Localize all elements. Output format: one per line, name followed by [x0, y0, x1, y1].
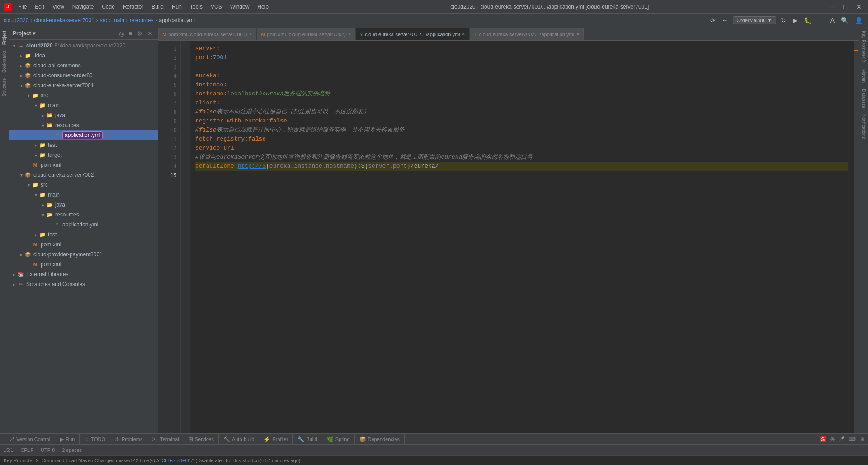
status-tab-version-control[interactable]: ⎇Version Control	[4, 434, 55, 445]
tree-item-target7001[interactable]: ▸📁target	[9, 150, 158, 160]
status-tab-terminal[interactable]: >_Terminal	[147, 434, 184, 445]
maximize-button[interactable]: □	[841, 2, 850, 11]
tree-arrow: ▸	[18, 63, 24, 68]
line-num-3: 3	[158, 62, 180, 71]
status-tab-spring[interactable]: 🌿Spring	[322, 434, 355, 445]
bookmarks-icon[interactable]: Bookmarks	[1, 48, 8, 75]
tree-item-application7001[interactable]: Yapplication.yml	[9, 130, 158, 140]
project-panel: Project ▾ ◎ ≡ ⚙ ✕ ▾☁cloud2020 E:\idea-wo…	[9, 27, 158, 433]
database-icon[interactable]: Database	[860, 87, 867, 110]
panel-settings-btn[interactable]: ⚙	[136, 29, 144, 38]
nav-debug-icon[interactable]: 🐛	[802, 16, 813, 25]
menu-refactor[interactable]: Refactor	[119, 3, 147, 11]
tab-app7002-tab[interactable]: Ycloud-eureka-server7002\...\application…	[470, 28, 584, 40]
status-tab-icon-dependencies: 📦	[359, 436, 366, 442]
breadcrumb-sep: ›	[109, 17, 111, 23]
notifications-icon[interactable]: Notifications	[860, 113, 867, 141]
tree-item-main7002[interactable]: ▾📁main	[9, 190, 158, 200]
nav-sync-icon[interactable]: ⟳	[708, 16, 717, 25]
tree-item-cloud-eureka-server7002[interactable]: ▾📦cloud-eureka-server7002	[9, 170, 158, 180]
menu-view[interactable]: View	[49, 3, 68, 11]
menu-window[interactable]: Window	[226, 3, 253, 11]
close-button[interactable]: ✕	[854, 2, 864, 11]
menu-edit[interactable]: Edit	[31, 3, 48, 11]
tree-item-java7001[interactable]: ▸📂java	[9, 110, 158, 120]
tree-icon-project: ☁	[17, 42, 24, 49]
status-tab-services[interactable]: ⊞Services	[184, 434, 219, 445]
tab-close-app7002-tab[interactable]: ✕	[576, 32, 580, 37]
tree-item-cloud2020[interactable]: ▾☁cloud2020 E:\idea-workspace\cloud2020	[9, 41, 158, 51]
tree-item-pom7002[interactable]: Mpom.xml	[9, 240, 158, 249]
tree-icon-module: 📦	[24, 251, 32, 258]
nav-user-icon[interactable]: 👤	[853, 16, 864, 25]
tab-close-pom7001-tab[interactable]: ✕	[249, 32, 252, 37]
status-tab-build[interactable]: 🔧Build	[293, 434, 322, 445]
tree-label-cloud-provider-payment8001: cloud-provider-payment8001	[33, 251, 103, 258]
minimize-button[interactable]: ─	[827, 2, 837, 11]
tree-item-ext-libs[interactable]: ▸📚External Libraries	[9, 269, 158, 279]
nav-more-icon[interactable]: ⋮	[816, 16, 826, 25]
tree-item-test7002[interactable]: ▸📁test	[9, 230, 158, 240]
tree-item-test7001[interactable]: ▸📁test	[9, 140, 158, 150]
menu-build[interactable]: Build	[148, 3, 167, 11]
nav-build-icon[interactable]: ▶	[791, 16, 799, 25]
tree-icon-folder: 📁	[39, 141, 46, 149]
tree-item-cloud-provider-payment8001[interactable]: ▸📦cloud-provider-payment8001	[9, 249, 158, 259]
status-tab-profiler[interactable]: ⚡Profiler	[259, 434, 293, 445]
tree-item-src7002[interactable]: ▾📁src	[9, 180, 158, 190]
menu-run[interactable]: Run	[168, 3, 185, 11]
tree-item-cloud-eureka-server7001[interactable]: ▾📦cloud-eureka-server7001	[9, 80, 158, 90]
menu-code[interactable]: Code	[98, 3, 118, 11]
menu-navigate[interactable]: Navigate	[69, 3, 97, 11]
tab-pom7002-tab[interactable]: Mpom.xml (cloud-eureka-server7002)✕	[257, 28, 355, 40]
menu-tools[interactable]: Tools	[186, 3, 206, 11]
breadcrumb-item-src[interactable]: src	[100, 17, 107, 23]
tab-pom7001-tab[interactable]: Mpom.xml (cloud-eureka-server7001)✕	[158, 28, 256, 40]
project-icon[interactable]: Project	[1, 29, 8, 47]
breadcrumb-item-main[interactable]: main	[113, 17, 124, 23]
code-area[interactable]: server: port: 7001 eureka: instance: hos…	[190, 41, 854, 433]
tab-app7001-tab[interactable]: Ycloud-eureka-server7001\...\application…	[356, 28, 470, 40]
tree-item-idea[interactable]: ▸📁.idea	[9, 51, 158, 61]
panel-close-btn[interactable]: ✕	[146, 29, 154, 38]
menu-help[interactable]: Help	[254, 3, 272, 11]
run-config-selector[interactable]: OrderMain80 ▼	[733, 16, 776, 24]
nav-search-icon[interactable]: 🔍	[839, 16, 850, 25]
lang-indicator: 英	[830, 436, 835, 442]
tree-item-cloud-consumer-order80[interactable]: ▸📦cloud-consumer-order80	[9, 70, 158, 80]
tab-label-pom7002-tab: pom.xml (cloud-eureka-server7002)	[267, 32, 346, 37]
breadcrumb-item-cloud2020[interactable]: cloud2020	[4, 17, 28, 23]
tree-item-java7002[interactable]: ▸📂java	[9, 200, 158, 210]
status-tab-auto-build[interactable]: 🔨Auto-build	[219, 434, 259, 445]
panel-title: Project ▾	[13, 30, 35, 37]
status-tab-todo[interactable]: ☰TODO	[80, 434, 110, 445]
key-promoter-icon[interactable]: Key Promoter X	[860, 29, 867, 65]
tree-item-pom7001[interactable]: Mpom.xml	[9, 160, 158, 170]
tree-item-pom-payment[interactable]: Mpom.xml	[9, 259, 158, 269]
nav-refresh-icon[interactable]: ↻	[779, 16, 788, 25]
status-tab-run[interactable]: ▶Run	[55, 434, 80, 445]
tree-label-cloud-eureka-server7001: cloud-eureka-server7001	[33, 82, 94, 89]
status-tab-problems[interactable]: ⚠Problems	[110, 434, 147, 445]
panel-locate-btn[interactable]: ◎	[118, 29, 126, 38]
menu-vcs[interactable]: VCS	[207, 3, 226, 11]
tree-item-scratches[interactable]: ▸✏Scratches and Consoles	[9, 279, 158, 289]
status-tab-dependencies[interactable]: 📦Dependencies	[355, 434, 405, 445]
breadcrumb-item-resources[interactable]: resources	[130, 17, 154, 23]
code-line-3	[195, 62, 848, 71]
tree-item-main7001[interactable]: ▾📁main	[9, 100, 158, 110]
tree-item-cloud-api-commons[interactable]: ▸📦cloud-api-commons	[9, 61, 158, 70]
tree-item-resources7001[interactable]: ▾📂resources	[9, 120, 158, 130]
menu-file[interactable]: File	[14, 3, 30, 11]
nav-back-icon[interactable]: ←	[720, 16, 730, 25]
tree-item-src7001[interactable]: ▾📁src	[9, 90, 158, 100]
panel-collapse-btn[interactable]: ≡	[127, 29, 134, 38]
tab-close-pom7002-tab[interactable]: ✕	[348, 32, 351, 37]
structure-icon[interactable]: Structure	[1, 76, 8, 99]
tree-item-application7002[interactable]: Yapplication.yml	[9, 220, 158, 230]
tree-item-resources7002[interactable]: ▾📂resources	[9, 210, 158, 220]
tab-close-app7001-tab[interactable]: ✕	[462, 32, 465, 37]
maven-icon[interactable]: Maven	[860, 67, 867, 85]
nav-translate-icon[interactable]: A	[829, 16, 836, 25]
breadcrumb-item-cloudeurekaserver7001[interactable]: cloud-eureka-server7001	[34, 17, 94, 23]
